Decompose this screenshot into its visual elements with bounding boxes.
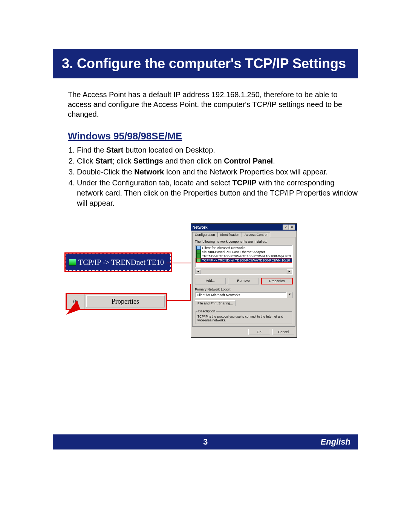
tab-panel-configuration: The following network components are ins… bbox=[192, 237, 295, 327]
description-text: TCP/IP is the protocol you use to connec… bbox=[197, 315, 290, 322]
page-number: 3 bbox=[203, 437, 208, 447]
page-footer: 3 English bbox=[53, 434, 358, 449]
callout-connector bbox=[167, 300, 191, 301]
intro-paragraph: The Access Point has a default IP addres… bbox=[68, 90, 358, 119]
adapter-icon bbox=[196, 250, 201, 254]
close-button[interactable]: × bbox=[289, 225, 295, 230]
bold-tcpip: TCP/IP bbox=[232, 179, 256, 187]
dialog-footer: OK Cancel bbox=[191, 327, 297, 337]
remove-button[interactable]: Remove bbox=[228, 278, 259, 284]
description-legend: Description bbox=[197, 309, 216, 313]
adapter-icon bbox=[196, 254, 201, 258]
list-item-text: SiS 900-Based PCI Fast Ethernet Adapter bbox=[202, 250, 265, 254]
callout-connector bbox=[167, 263, 191, 263]
add-button[interactable]: Add... bbox=[195, 278, 226, 284]
callout-properties-zoom: /e Properties bbox=[66, 293, 167, 310]
step-1: Find the Start button located on Desktop… bbox=[77, 145, 358, 155]
primary-logon-combo[interactable]: Client for Microsoft Networks ▼ bbox=[195, 292, 293, 298]
step-text: ; click bbox=[112, 157, 133, 165]
protocol-icon bbox=[196, 258, 201, 262]
bold-settings: Settings bbox=[133, 157, 163, 165]
primary-logon-value: Client for Microsoft Networks bbox=[195, 292, 287, 298]
scroll-right-icon[interactable]: ► bbox=[287, 269, 292, 274]
section-heading-windows: Windows 95/98/98SE/ME bbox=[68, 130, 358, 142]
page-title: 3. Configure the computer's TCP/IP Setti… bbox=[53, 49, 358, 78]
description-box: Description TCP/IP is the protocol you u… bbox=[196, 309, 292, 324]
primary-logon-label: Primary Network Logon: bbox=[195, 287, 293, 291]
components-listbox[interactable]: Client for Microsoft Networks SiS 900-Ba… bbox=[195, 245, 293, 268]
step-text: Click bbox=[77, 157, 95, 165]
bold-start: Start bbox=[95, 157, 113, 165]
properties-button-zoom[interactable]: Properties bbox=[86, 295, 165, 307]
step-4: Under the Configuration tab, locate and … bbox=[77, 178, 358, 208]
list-item[interactable]: TRENDnet TE100-PCIWA/TE100-PCIWN 10/100M… bbox=[196, 254, 292, 258]
button-row: Add... Remove Properties bbox=[195, 278, 293, 284]
step-text: Icon and the Network Properties box will… bbox=[164, 168, 328, 176]
step-2: Click Start; click Settings and then cli… bbox=[77, 156, 358, 166]
chevron-down-icon[interactable]: ▼ bbox=[287, 292, 293, 298]
cancel-button[interactable]: Cancel bbox=[272, 329, 294, 335]
steps-list: Find the Start button located on Desktop… bbox=[68, 145, 358, 208]
bold-network: Network bbox=[134, 168, 164, 176]
step-3: Double-Click the Network Icon and the Ne… bbox=[77, 167, 358, 177]
network-dialog: Network ? × Configuration Identification… bbox=[191, 223, 297, 338]
dialog-tabs: Configuration Identification Access Cont… bbox=[191, 231, 297, 237]
bold-start: Start bbox=[106, 146, 124, 154]
list-item[interactable]: SiS 900-Based PCI Fast Ethernet Adapter bbox=[196, 250, 292, 254]
dialog-titlebar: Network ? × bbox=[191, 224, 297, 231]
step-text: Under the Configuration tab, locate and … bbox=[77, 179, 232, 187]
scroll-left-icon[interactable]: ◄ bbox=[196, 269, 201, 274]
step-text: Double-Click the bbox=[77, 168, 134, 176]
tab-identification[interactable]: Identification bbox=[218, 232, 242, 237]
horizontal-scrollbar[interactable]: ◄ ► bbox=[195, 269, 293, 275]
help-button[interactable]: ? bbox=[283, 225, 289, 230]
tab-access-control[interactable]: Access Control bbox=[242, 232, 270, 237]
file-print-sharing-button[interactable]: File and Print Sharing... bbox=[195, 300, 236, 306]
client-icon bbox=[196, 246, 201, 250]
list-item-text: TRENDnet TE100-PCIWA/TE100-PCIWN 10/100M… bbox=[202, 254, 291, 258]
step-text: Find the bbox=[77, 146, 106, 154]
list-item-text: Client for Microsoft Networks bbox=[202, 246, 245, 250]
network-protocol-icon bbox=[69, 259, 76, 266]
list-item[interactable]: Client for Microsoft Networks bbox=[196, 246, 292, 250]
callout-tcpip-zoom: TCP/IP -> TRENDnet TE10 bbox=[66, 254, 171, 271]
properties-button[interactable]: Properties bbox=[261, 278, 293, 284]
tab-configuration[interactable]: Configuration bbox=[192, 232, 218, 237]
document-page: 3. Configure the computer's TCP/IP Setti… bbox=[0, 49, 407, 449]
components-label: The following network components are ins… bbox=[195, 240, 293, 243]
ok-button[interactable]: OK bbox=[248, 329, 270, 335]
dialog-title-text: Network bbox=[193, 225, 207, 229]
footer-language: English bbox=[321, 437, 350, 447]
step-text: button located on Desktop. bbox=[123, 146, 215, 154]
list-item-selected[interactable]: TCP/IP -> TRENDnet TE100-PCIWA/TE100-PCI… bbox=[196, 258, 292, 262]
callout-tcpip-text: TCP/IP -> TRENDnet TE10 bbox=[78, 258, 164, 267]
list-item-text: TCP/IP -> TRENDnet TE100-PCIWA/TE100-PCI… bbox=[202, 258, 290, 262]
screenshot-figure: TCP/IP -> TRENDnet TE10 /e Properties Ne… bbox=[68, 223, 358, 359]
bold-control-panel: Control Panel bbox=[224, 157, 273, 165]
step-text: and then click on bbox=[163, 157, 224, 165]
step-text: . bbox=[273, 157, 275, 165]
